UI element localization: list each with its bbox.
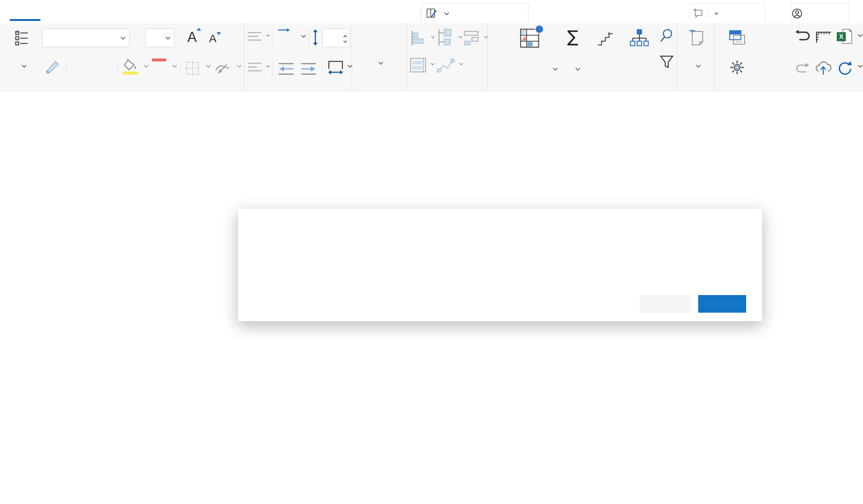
fill-color-button[interactable] (123, 59, 138, 75)
indent-icon[interactable] (300, 62, 318, 76)
conditional-formatting-badge (535, 25, 544, 34)
chevron-down-icon[interactable] (266, 33, 270, 37)
row-height-icon (312, 28, 319, 46)
chevron-down-icon[interactable] (459, 35, 463, 39)
svg-text:X: X (839, 33, 844, 40)
font-color-button[interactable] (152, 58, 166, 61)
templates-icon[interactable] (729, 30, 746, 46)
ribbon: A A (0, 23, 863, 91)
chevron-down-icon[interactable] (431, 35, 435, 39)
layout-chart-icon[interactable] (464, 30, 480, 46)
ribbon-group-analyze: ∑ (488, 23, 677, 91)
format-painter-icon[interactable] (44, 59, 61, 76)
proceed-button[interactable] (698, 295, 746, 313)
excel-export-icon[interactable]: X (836, 28, 853, 45)
ribbon-group-layout (4, 23, 40, 91)
cloud-upload-icon[interactable] (814, 60, 832, 76)
chevron-down-icon[interactable] (858, 32, 863, 37)
filter-icon[interactable] (659, 55, 674, 70)
grow-font-button[interactable]: A (187, 29, 197, 45)
vertical-align-icon[interactable] (247, 31, 262, 43)
explorer-icon[interactable] (629, 28, 649, 48)
chevron-down-icon (444, 10, 449, 15)
inforiver-app: A A (0, 0, 863, 504)
chevron-down-icon[interactable] (460, 62, 463, 66)
row-height-input[interactable] (322, 28, 350, 47)
conditional-formatting-icon[interactable] (520, 28, 539, 48)
comment-add-icon (689, 8, 708, 19)
chevron-down-icon[interactable] (348, 63, 352, 68)
chevron-down-icon[interactable] (484, 35, 488, 39)
chevron-down-icon (166, 35, 170, 40)
search-icon[interactable] (659, 28, 674, 43)
active-tab-underline (10, 19, 40, 21)
chevron-down-icon[interactable] (266, 64, 270, 68)
chevron-down-icon (715, 11, 718, 15)
table-chart-icon[interactable] (410, 58, 426, 73)
top-bar (0, 0, 863, 23)
borders-button[interactable] (185, 61, 200, 76)
comments-button[interactable] (689, 3, 765, 24)
layout-icon[interactable] (13, 29, 31, 47)
ribbon-group-chart (407, 23, 488, 91)
chevron-down-icon[interactable] (858, 63, 863, 68)
bar-chart-icon[interactable] (410, 30, 426, 46)
refresh-icon[interactable] (837, 60, 853, 76)
clear-format-icon[interactable] (214, 61, 231, 76)
chevron-down-icon[interactable] (553, 66, 558, 71)
chevron-down-icon[interactable] (431, 62, 435, 66)
undo-icon[interactable] (794, 29, 811, 44)
ribbon-group-annotate (677, 23, 715, 91)
chevron-down-icon[interactable] (301, 33, 306, 38)
person-icon (791, 8, 803, 19)
ruler-icon[interactable] (815, 29, 832, 44)
chevron-down-icon (121, 35, 125, 40)
chevron-down-icon[interactable] (22, 63, 27, 68)
top-n-icon[interactable] (596, 29, 614, 47)
display-gear-icon[interactable] (730, 60, 745, 75)
shrink-font-button[interactable]: A (209, 32, 216, 45)
reset-all-dialog (238, 209, 762, 321)
manage-columns-icon (426, 8, 437, 19)
totals-sigma-icon[interactable]: ∑ (567, 27, 578, 46)
cancel-button[interactable] (640, 295, 691, 313)
font-size-select[interactable] (145, 28, 175, 47)
font-name-select[interactable] (42, 28, 130, 47)
chevron-down-icon[interactable] (237, 63, 242, 68)
ribbon-group-actions: X (715, 23, 863, 91)
redo-icon[interactable] (795, 62, 811, 76)
chevron-down-icon[interactable] (696, 63, 701, 68)
chevron-down-icon[interactable] (172, 63, 177, 68)
hierarchy-chart-icon[interactable] (436, 28, 454, 47)
notes-icon[interactable] (688, 28, 705, 46)
horizontal-align-icon[interactable] (247, 61, 262, 74)
chevron-down-icon[interactable] (378, 60, 383, 65)
sign-in-button[interactable] (791, 3, 849, 24)
manage-columns-button[interactable] (421, 3, 529, 24)
column-width-icon[interactable] (327, 60, 344, 75)
chevron-down-icon[interactable] (575, 66, 580, 71)
chevron-down-icon[interactable] (206, 63, 211, 68)
line-chart-icon[interactable] (437, 57, 455, 73)
outdent-icon[interactable] (277, 62, 295, 76)
ribbon-group-alignment (244, 23, 352, 91)
text-direction-icon[interactable] (277, 28, 291, 32)
ribbon-group-number (352, 23, 407, 91)
ribbon-group-style: A A (40, 23, 244, 91)
row-height-stepper[interactable] (341, 33, 346, 42)
chevron-down-icon[interactable] (144, 63, 149, 68)
